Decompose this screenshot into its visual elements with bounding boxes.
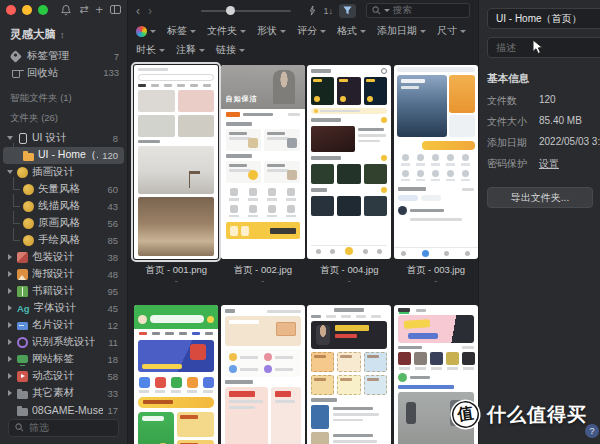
caret-right-icon[interactable] [7,288,13,294]
style-icon [23,184,34,195]
caret-right-icon[interactable] [7,254,13,260]
filter-chip-rating[interactable]: 评分 [297,24,326,38]
sidebar-item-illustration[interactable]: 插画设计 [3,164,124,181]
panel-toggle-icon[interactable] [110,5,121,14]
sidebar-item-identity-system[interactable]: 识别系统设计 11 [3,334,124,351]
caret-down-icon[interactable] [7,136,13,140]
folder-icon [23,153,34,161]
info-row-file-count: 文件数120 [487,94,600,108]
shuffle-icon[interactable] [307,5,317,16]
style-icon [23,201,34,212]
close-window-button[interactable] [6,5,16,15]
filter-chip-color[interactable] [136,26,156,37]
main-content: ‹ › 1↓ 搜索 标签 文件夹 形状 评分 [128,0,478,444]
grid-item[interactable] [134,305,219,444]
description-placeholder: 描述 [496,41,516,55]
toolbar: ‹ › 1↓ 搜索 [128,0,478,21]
filter-chip-tags[interactable]: 标签 [167,24,196,38]
filter-chip-annotation[interactable]: 注释 [176,43,205,57]
help-bubble[interactable]: ? [585,424,599,438]
search-input[interactable]: 搜索 [366,3,470,18]
card-icon [17,322,28,330]
caret-down-icon[interactable] [7,170,13,174]
sidebar-item-08game-muse[interactable]: 08GAME-Muse ... 17 [3,402,124,419]
thumbnail-preview [307,65,391,259]
password-settings-link[interactable]: 设置 [539,157,559,171]
window-controls: ⇄ + [0,0,127,19]
sync-icon[interactable]: ⇄ [79,3,88,16]
export-folder-button[interactable]: 导出文件夹... [487,187,593,208]
sidebar-item-ui-home[interactable]: UI - Home（... 120 [3,147,124,164]
grid-item[interactable] [221,305,306,444]
style-icon [23,218,34,229]
folder-tree: UI 设计 8 UI - Home（... 120 插画设计 矢量风格 60 [0,130,127,419]
filter-active-chip[interactable] [339,4,356,18]
filter-chip-size[interactable]: 尺寸 [437,24,466,38]
sidebar-item-vector-style[interactable]: 矢量风格 60 [3,181,124,198]
caret-right-icon[interactable] [7,339,13,345]
caret-right-icon[interactable] [7,322,13,328]
grid-item[interactable]: 首页 - 004.jpg - [307,65,392,285]
sidebar-item-painting-style[interactable]: 原画风格 56 [3,215,124,232]
thumbnail-preview [134,305,218,444]
forward-button[interactable]: › [148,5,152,17]
chevron-down-icon [384,9,390,12]
grid-item[interactable]: 首页 - 003.jpg - [394,65,479,285]
thumbnail-preview [134,65,218,259]
workspace-switcher[interactable]: 灵感大脑 ↕ [0,19,127,48]
book-icon [17,286,28,297]
add-icon[interactable]: + [95,2,103,17]
back-button[interactable]: ‹ [136,5,140,17]
caret-right-icon[interactable] [7,305,13,311]
grid-item[interactable]: 首页 - 001.png - [134,65,219,285]
sidebar-item-other-assets[interactable]: 其它素材 33 [3,385,124,402]
zoom-slider[interactable] [201,10,291,12]
sidebar-item-tags[interactable]: 标签管理 7 [0,48,127,64]
maximize-window-button[interactable] [38,5,48,15]
sidebar-item-website-tags[interactable]: 网站标签 18 [3,351,124,368]
folder-icon [17,391,28,399]
filter-chip-format[interactable]: 格式 [337,24,366,38]
filter-chip-shape[interactable]: 形状 [257,24,286,38]
sidebar-item-hand-drawn-style[interactable]: 手绘风格 85 [3,232,124,249]
grid-item[interactable]: 自如保洁 [221,65,306,285]
sidebar-item-packaging[interactable]: 包装设计 38 [3,249,124,266]
filter-placeholder: 筛选 [29,421,49,435]
caret-right-icon[interactable] [7,390,13,396]
bell-icon[interactable] [60,4,72,16]
caret-right-icon[interactable] [7,373,13,379]
grid-item[interactable] [307,305,392,444]
sidebar-item-font-design[interactable]: Ag 字体设计 45 [3,300,124,317]
hero-title: 自如保洁 [226,95,258,102]
minimize-window-button[interactable] [22,5,32,15]
section-folders: 文件夹 (26) [0,112,127,125]
folder-title-input[interactable]: UI - Home（首页） [487,8,600,29]
sidebar-item-trash[interactable]: 回收站 133 [0,64,127,80]
funnel-icon [342,5,353,16]
filter-chip-link[interactable]: 链接 [216,43,245,57]
caret-right-icon[interactable] [7,271,13,277]
thumbnail-preview [221,305,305,444]
sidebar-item-motion-design[interactable]: 动态设计 58 [3,368,124,385]
watermark: 值 什么值得买 [452,401,587,428]
search-icon [372,6,381,15]
filter-chip-folder[interactable]: 文件夹 [207,24,246,38]
sidebar-item-business-card[interactable]: 名片设计 12 [3,317,124,334]
style-icon [23,235,34,246]
filter-chip-date-added[interactable]: 添加日期 [377,24,426,38]
sidebar: ⇄ + 灵感大脑 ↕ 标签管理 7 回收站 133 智能文件夹 (1) 文件夹 … [0,0,128,444]
tag-icon [9,50,22,63]
zoom-slider-knob[interactable] [226,6,235,15]
sidebar-item-book-design[interactable]: 书籍设计 95 [3,283,124,300]
sidebar-filter-input[interactable]: 筛选 [8,419,119,437]
sidebar-item-line-style[interactable]: 线描风格 43 [3,198,124,215]
thumbnail-preview [394,65,478,259]
file-subtitle: - [307,277,392,285]
trash-icon [12,70,20,78]
basic-info-header: 基本信息 [487,72,600,86]
filter-chip-duration[interactable]: 时长 [136,43,165,57]
sidebar-item-ui-design[interactable]: UI 设计 8 [3,130,124,147]
caret-right-icon[interactable] [7,356,13,362]
sidebar-item-poster[interactable]: 海报设计 48 [3,266,124,283]
sort-icon[interactable]: 1↓ [323,6,333,16]
